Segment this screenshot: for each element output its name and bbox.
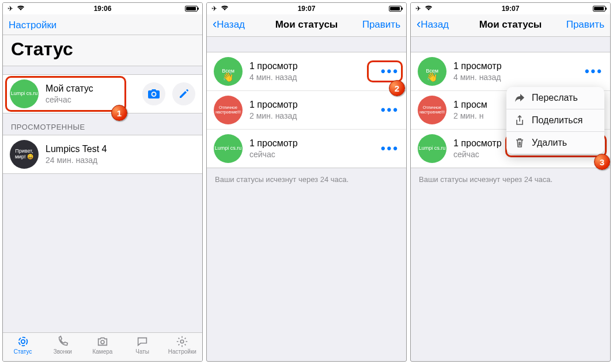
context-menu: Переслать Поделиться Удалить: [506, 87, 604, 154]
status-avatar: Lumpi cs.ru: [214, 134, 243, 163]
nav-bar: ‹Назад Мои статусы Править: [207, 14, 406, 37]
tab-chats[interactable]: Чаты: [123, 335, 162, 360]
status-subtitle: 2 мин. назад: [249, 111, 298, 120]
status-row-1[interactable]: Всем 👋 1 просмотр 4 мин. назад •••: [207, 52, 406, 90]
my-status-row[interactable]: Lumpi cs.ru Мой статус сейчас: [3, 75, 202, 113]
phone-screen-2: ✈ 19:07 ‹Назад Мои статусы Править Всем …: [206, 2, 407, 362]
status-subtitle: сейчас: [453, 150, 502, 159]
more-icon[interactable]: •••: [381, 141, 399, 156]
tab-camera[interactable]: Камера: [82, 335, 122, 360]
page-title: Мои статусы: [411, 19, 610, 31]
svg-point-2: [101, 340, 104, 344]
status-row-1[interactable]: Всем 👋 1 просмотр 4 мин. назад •••: [411, 52, 610, 90]
svg-point-3: [181, 340, 184, 343]
page-title: Мои статусы: [207, 19, 406, 31]
my-status-avatar: Lumpi cs.ru: [10, 79, 39, 108]
viewed-subtitle: 24 мин. назад: [46, 156, 107, 165]
status-title: 1 просмотр: [249, 138, 298, 149]
trash-icon: [514, 138, 525, 147]
clock: 19:07: [411, 5, 610, 13]
status-bar: ✈ 19:07: [207, 3, 406, 14]
status-title: 1 просм: [453, 100, 487, 110]
status-bar: ✈ 19:06: [3, 3, 202, 14]
settings-link[interactable]: Настройки: [9, 20, 56, 31]
status-subtitle: 4 мин. назад: [453, 73, 502, 82]
svg-point-1: [21, 340, 24, 343]
tab-bar: Статус Звонки Камера Чаты Настройки: [3, 332, 202, 361]
battery-icon: [185, 6, 198, 12]
more-icon[interactable]: •••: [381, 103, 399, 117]
nav-bar: Настройки: [3, 14, 202, 35]
step-badge-3: 3: [594, 154, 610, 170]
status-avatar: Всем 👋: [418, 57, 446, 86]
status-avatar: Отличное настроение!!!: [418, 96, 446, 124]
phone-screen-1: ✈ 19:06 Настройки Статус Lumpi cs.ru Мой…: [2, 2, 203, 362]
footer-note: Ваши статусы исчезнут через 24 часа.: [411, 168, 610, 191]
viewed-section-header: ПРОСМОТРЕННЫЕ: [3, 113, 202, 135]
status-subtitle: сейчас: [249, 150, 298, 159]
status-title: 1 просмотр: [453, 138, 502, 149]
tab-settings[interactable]: Настройки: [162, 335, 202, 360]
status-title: 1 просмотр: [453, 61, 502, 71]
my-status-title: Мой статус: [46, 84, 93, 94]
status-subtitle: 4 мин. назад: [249, 73, 298, 82]
step-badge-2: 2: [389, 80, 405, 96]
edit-button[interactable]: [172, 82, 195, 105]
status-subtitle: 2 мин. н: [453, 111, 487, 120]
footer-note: Ваши статусы исчезнут через 24 часа.: [207, 168, 406, 191]
menu-share[interactable]: Поделиться: [506, 109, 604, 131]
status-avatar: Lumpi cs.ru: [418, 134, 446, 163]
menu-delete[interactable]: Удалить: [506, 131, 604, 154]
more-icon[interactable]: •••: [381, 64, 399, 79]
battery-icon: [593, 6, 606, 12]
tab-calls[interactable]: Звонки: [43, 335, 82, 360]
status-bar: ✈ 19:07: [411, 3, 610, 14]
tab-status[interactable]: Статус: [3, 335, 43, 360]
page-title: Статус: [3, 35, 202, 66]
menu-forward[interactable]: Переслать: [506, 87, 604, 109]
phone-screen-3: ✈ 19:07 ‹Назад Мои статусы Править Всем …: [410, 2, 611, 362]
status-avatar: Отличное настроение!!!: [214, 96, 243, 124]
clock: 19:06: [3, 5, 202, 13]
nav-bar: ‹Назад Мои статусы Править: [411, 14, 610, 37]
my-status-subtitle: сейчас: [46, 95, 93, 104]
status-row-2[interactable]: Отличное настроение!!! 1 просмотр 2 мин.…: [207, 90, 406, 129]
viewed-title: Lumpics Test 4: [46, 144, 107, 154]
camera-button[interactable]: [142, 82, 165, 105]
forward-icon: [514, 94, 525, 102]
clock: 19:07: [207, 5, 406, 13]
status-title: 1 просмотр: [249, 61, 298, 71]
viewed-avatar: Привет, мир! 😄: [10, 140, 39, 169]
battery-icon: [389, 6, 402, 12]
status-title: 1 просмотр: [249, 100, 298, 110]
svg-point-0: [18, 338, 27, 346]
viewed-status-row[interactable]: Привет, мир! 😄 Lumpics Test 4 24 мин. на…: [3, 135, 202, 173]
status-row-3[interactable]: Lumpi cs.ru 1 просмотр сейчас •••: [207, 129, 406, 168]
status-avatar: Всем 👋: [214, 57, 243, 86]
step-badge-1: 1: [111, 105, 127, 121]
share-icon: [514, 115, 525, 126]
more-icon[interactable]: •••: [585, 64, 603, 79]
